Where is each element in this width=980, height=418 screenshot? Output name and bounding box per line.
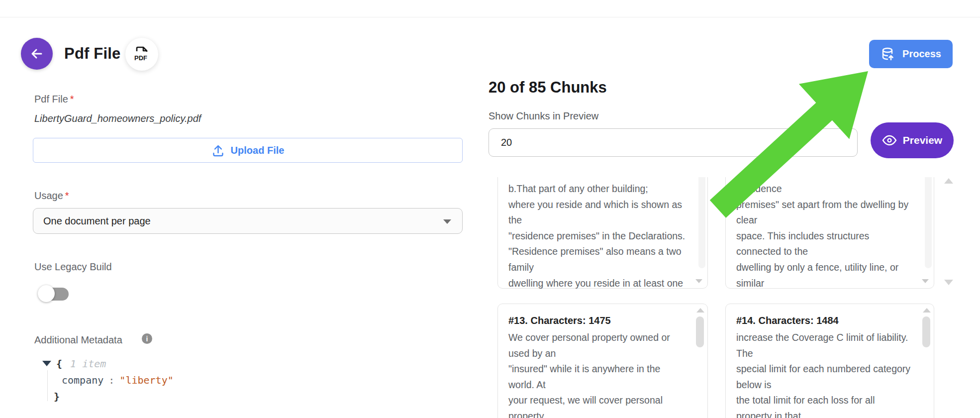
card-scrollbar[interactable] (925, 177, 932, 268)
chunk-text-line: We cover personal property owned or (508, 330, 707, 346)
preview-button-label: Preview (903, 134, 942, 146)
chunk-text-line: increase the Coverage C limit of liabili… (736, 330, 934, 346)
chunk-text-line: property (508, 409, 707, 418)
pdf-file-label: Pdf File* (34, 94, 74, 105)
json-colon: : (108, 374, 114, 386)
chunk-text-line: your request, we will cover personal (508, 393, 707, 409)
chunk-card[interactable]: "residence premises" set apart from the … (725, 177, 934, 289)
chunk-card-title: #13. Characters: 1475 (498, 304, 707, 326)
chunk-text-line: the total limit for each loss for all (736, 393, 934, 409)
chunk-text-line: premises" set apart from the dwelling by (736, 197, 934, 213)
scroll-down-icon[interactable] (695, 279, 702, 283)
scroll-up-icon[interactable] (944, 178, 953, 184)
chunk-card-title: #14. Characters: 1484 (726, 304, 934, 326)
json-value: "liberty" (119, 374, 173, 386)
chunk-text-line: "residence premises" in the Declarations… (508, 228, 707, 244)
svg-text:PDF: PDF (134, 54, 147, 62)
legacy-build-toggle[interactable] (38, 284, 70, 303)
scroll-down-icon[interactable] (922, 279, 929, 283)
card-scrollbar[interactable] (698, 177, 705, 268)
scroll-up-icon[interactable] (923, 308, 931, 313)
page-title: Pdf File (64, 45, 121, 63)
pdf-file-page: Pdf File PDF Process Pdf File* LibertyGu… (0, 0, 980, 418)
chunk-text-line: used by an (508, 346, 707, 362)
chunk-text-line: family (508, 260, 707, 276)
json-tree-guide-line (47, 370, 48, 401)
back-arrow-icon (28, 45, 45, 62)
chunk-text-line: connected to the (736, 244, 934, 260)
chunk-text-line: property in that (736, 409, 934, 418)
chunk-text-line: the (508, 212, 707, 228)
chunk-text-line: below is (736, 377, 934, 393)
additional-metadata-label: Additional Metadata (34, 334, 122, 346)
chunk-text-line: "residence (736, 181, 934, 197)
chunk-text-line: special limit for each numbered category (736, 361, 934, 377)
chunk-text-line: dwelling where you reside in at least on… (508, 276, 707, 289)
back-button[interactable] (21, 38, 53, 70)
scroll-up-icon[interactable] (696, 308, 704, 313)
scrollbar-thumb[interactable] (696, 316, 704, 347)
chunk-text-line: space. This includes structures (736, 228, 934, 244)
upload-file-button[interactable]: Upload File (33, 138, 463, 163)
chunk-text-line: The (736, 346, 934, 362)
chunk-card[interactable]: #13. Characters: 1475 We cover personal … (497, 304, 708, 418)
chunk-text-line: where you reside and which is shown as (508, 197, 707, 213)
scrollbar-thumb[interactable] (922, 316, 930, 347)
card-scrollbar[interactable] (696, 308, 705, 413)
json-close-line: } (34, 388, 174, 405)
chunk-text-line: b.That part of any other building; (508, 181, 707, 197)
chunk-text-line: world. At (508, 377, 707, 393)
show-chunks-label: Show Chunks in Preview (489, 110, 598, 122)
chunks-count-heading: 20 of 85 Chunks (489, 79, 607, 97)
pdf-file-type-badge: PDF (125, 38, 158, 71)
header-divider (0, 17, 980, 17)
collapse-triangle-icon[interactable] (42, 361, 51, 366)
usage-select[interactable]: One document per page (33, 208, 463, 234)
chunks-count-input[interactable] (489, 128, 858, 157)
json-open-brace: { (56, 358, 62, 370)
chunk-grid-row-1: b.That part of any other building; where… (497, 177, 934, 289)
chunk-text-line: clear (736, 212, 934, 228)
toggle-knob (38, 285, 55, 302)
upload-icon (211, 144, 225, 157)
chunk-grid-row-2: #13. Characters: 1475 We cover personal … (497, 304, 934, 418)
chunk-card[interactable]: #14. Characters: 1484 increase the Cover… (725, 304, 934, 418)
chunk-text-line: similar (736, 276, 934, 289)
legacy-build-label: Use Legacy Build (34, 261, 112, 273)
usage-label: Usage* (34, 190, 69, 202)
chunk-text-line: "Residence premises" also means a two (508, 244, 707, 260)
pdf-document-icon: PDF (132, 44, 151, 64)
json-items-hint: 1 item (70, 358, 106, 370)
card-scrollbar[interactable] (922, 308, 931, 413)
chunk-text-line: dwelling by only a fence, utility line, … (736, 260, 934, 276)
eye-icon (882, 135, 897, 146)
scroll-down-icon[interactable] (944, 280, 953, 285)
preview-button[interactable]: Preview (871, 122, 954, 158)
json-key: company (62, 374, 103, 386)
json-root-line: { 1 item (34, 355, 174, 372)
required-asterisk: * (65, 190, 69, 201)
usage-selected-value: One document per page (43, 215, 151, 227)
uploaded-filename: LibertyGuard_homeowners_policy.pdf (34, 113, 201, 124)
chunk-text-line: "insured" while it is anywhere in the (508, 361, 707, 377)
process-button[interactable]: Process (869, 40, 953, 68)
info-icon[interactable] (142, 333, 152, 344)
chunk-card[interactable]: b.That part of any other building; where… (497, 177, 708, 289)
chevron-down-icon (443, 219, 451, 224)
upload-button-label: Upload File (231, 145, 285, 156)
json-entry[interactable]: company : "liberty" (34, 372, 174, 388)
metadata-json-editor: { 1 item company : "liberty" } (34, 355, 174, 405)
json-close-brace: } (54, 391, 60, 403)
required-asterisk: * (70, 94, 74, 104)
process-button-label: Process (902, 48, 941, 60)
database-upload-icon (881, 46, 896, 62)
